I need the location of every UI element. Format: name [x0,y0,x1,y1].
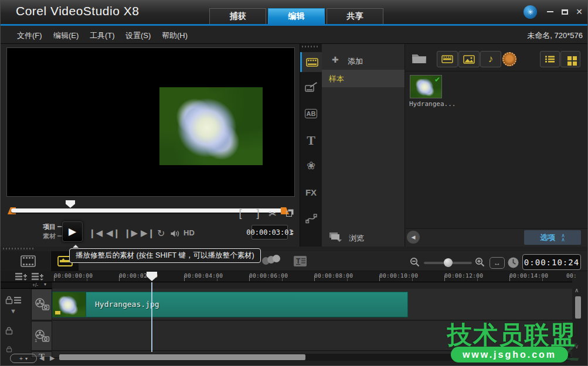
close-button[interactable]: ✕ [573,6,586,17]
menu-settings[interactable]: 设置(S) [125,30,151,41]
video-track-header[interactable] [31,289,52,320]
overlay-track-header[interactable]: 1 [31,321,52,351]
app-title: Corel VideoStudio X8 [16,4,139,18]
add-icon: ✚ [332,55,339,64]
timeline-zoom-slider-knob[interactable] [444,258,453,267]
storyboard-view-button[interactable] [15,252,42,270]
title-bar: Corel VideoStudio X8 捕获 编辑 共享 ✳ ✕ [1,1,588,24]
project-mode-label[interactable]: 项目 [43,223,56,231]
library-tab-transitions[interactable] [300,77,322,97]
ruler-tick: 00:00:12:00 [444,272,483,279]
filter-audio-button[interactable]: ♪ [480,51,501,67]
grid-view-button[interactable] [560,51,580,67]
mark-out-button[interactable]: ] [251,206,264,221]
ruler-tick: 00:00:14:00 [509,272,548,279]
tab-edit[interactable]: 编辑 [268,8,325,24]
preview-playhead[interactable] [66,200,75,208]
add-folder-button[interactable]: 添加 [348,56,363,67]
track-toggle-caret-icon[interactable]: ▾ [44,282,46,287]
gallery-divider [405,71,588,71]
minimize-button[interactable] [543,6,556,17]
next-frame-button[interactable]: ❙▶ [124,228,138,238]
enlarge-preview-icon[interactable] [282,207,296,221]
ruler-tick: 00:00:00:00 [54,272,93,279]
gutter-expand-icon[interactable]: ▼ [10,307,16,314]
scroll-right-icon[interactable]: ▶ [50,354,55,362]
ruler-tick: 00:00:10:00 [379,272,418,279]
library-tab-motion-path[interactable] [300,208,322,228]
timeline-hscrollbar-thumb[interactable] [59,354,305,360]
tab-share[interactable]: 共享 [327,8,383,24]
scroll-left-icon[interactable]: ◀ [39,354,44,362]
fit-timeline-button[interactable]: ↔ [490,257,505,269]
clip-corner-badge [55,311,60,314]
vscroll-up-icon[interactable]: ∧ [575,287,579,293]
app-window: Corel VideoStudio X8 捕获 编辑 共享 ✳ ✕ 文件(F) … [0,0,588,366]
project-info: 未命名, 720*576 [527,30,583,41]
play-button[interactable]: ▶ [62,221,83,242]
skip-to-start-button[interactable]: ❙◀ [89,228,103,238]
timeline-timecode[interactable]: 0:00:10:24 [522,254,581,270]
preview-screen [6,47,295,197]
ruler-tick: 00:00:04:00 [184,272,223,279]
timeline-clip[interactable]: Hydrangeas.jpg [52,292,408,317]
svg-text:T: T [296,257,301,265]
tab-capture[interactable]: 捕获 [209,8,266,24]
menu-edit[interactable]: 编辑(E) [53,30,79,41]
sample-label[interactable]: 样本 [329,74,344,84]
maximize-button[interactable] [558,6,571,17]
timeline-playhead-line [151,282,152,352]
360-video-button[interactable] [502,52,516,66]
mode-tick [57,235,62,237]
library-tab-title[interactable]: T [300,131,322,150]
library-item-name[interactable]: Hydrangea... [409,100,456,108]
timeline-grip[interactable] [3,248,35,249]
list-view-button[interactable] [540,51,560,67]
options-button[interactable]: 选项 ∧∧ [524,230,581,245]
timeline-vscrollbar-thumb[interactable] [575,296,581,319]
clip-name: Hydrangeas.jpg [95,300,159,309]
split-clip-scissors-icon[interactable]: ✂ [266,207,280,221]
svg-text:1: 1 [35,338,38,343]
menu-tools[interactable]: 工具(T) [90,30,115,41]
menu-bar: 文件(F) 编辑(E) 工具(T) 设置(S) 帮助(H) 未命名, 720*5… [1,26,588,44]
subtitle-editor-button[interactable]: T [291,252,309,270]
track-transparency-icon[interactable] [262,256,285,265]
track-size-toggle[interactable]: +/- [32,282,38,288]
menu-help[interactable]: 帮助(H) [162,30,188,41]
panel-grip[interactable] [302,46,320,47]
browse-button[interactable]: 浏览 [349,233,364,244]
timecode-stepper[interactable]: ▲▼ [289,225,295,240]
ruler-tick: 00: [566,272,577,279]
add-track-button[interactable]: +▾ [10,354,37,363]
clip-mode-label[interactable]: 素材 [43,232,56,241]
menu-file[interactable]: 文件(F) [17,30,42,41]
collapse-chevrons-icon: ∧∧ [561,234,565,242]
mark-in-button[interactable]: [ [234,206,247,221]
preview-frame-image [159,87,263,165]
mode-tick [57,226,62,227]
gallery-scroll-left-button[interactable]: ◀ [407,231,420,244]
ruler-tick: 00:00:06:00 [249,272,288,279]
preview-timecode[interactable]: 00:00:03:01 [251,225,288,240]
hd-toggle[interactable]: HD [183,228,195,237]
ruler-tick: 00:00:08:00 [314,272,353,279]
timeline-ruler[interactable]: 00:00:00:00 00:00:02:00 00:00:04:00 00:0… [1,271,572,282]
help-globe-icon[interactable]: ✳ [524,5,537,19]
library-tab-ab[interactable]: AB [300,104,322,124]
filter-video-button[interactable] [437,51,458,67]
skip-to-end-button[interactable]: ▶❙ [141,228,155,238]
library-tab-media[interactable] [300,52,322,72]
previous-frame-button[interactable]: ◀❙ [106,228,120,238]
filter-photo-button[interactable] [458,51,480,67]
tooltip: 播放修整后的素材 (按住 SHIFT 键，可以播放整个素材) [69,248,261,263]
library-tab-graphics[interactable]: ❀ [300,156,322,176]
library-tab-filters[interactable]: FX [300,182,322,202]
repeat-button[interactable]: ↻ [157,228,165,239]
library-gallery [405,44,588,247]
selected-check-icon: ✔ [434,76,440,84]
watermark-url: www.jsgho.com [451,347,568,362]
